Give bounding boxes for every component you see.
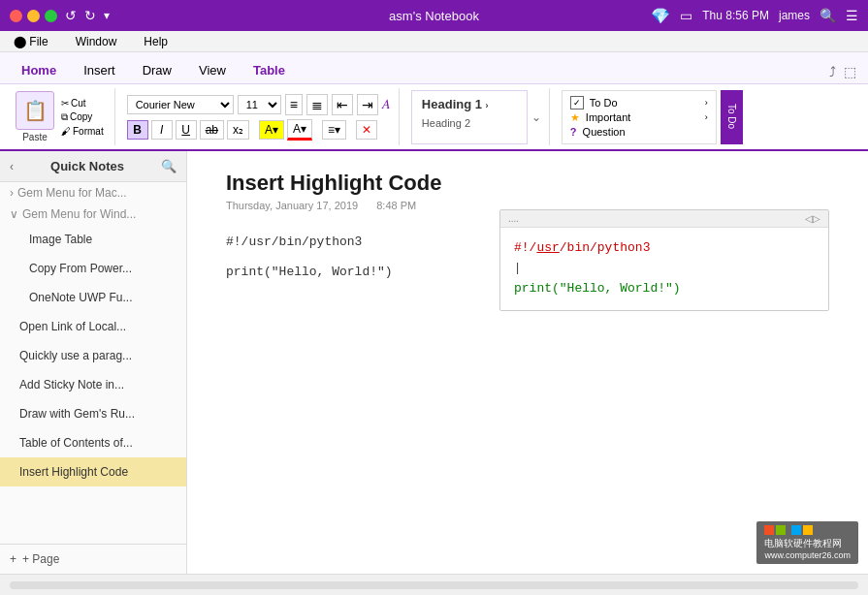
search-icon[interactable]: 🔍 <box>820 8 836 23</box>
paste-icon: 📋 <box>23 99 48 122</box>
sidebar-item-open-link[interactable]: Open Link of Local... <box>0 312 186 341</box>
paste-label: Paste <box>22 132 48 142</box>
heading1-style[interactable]: Heading 1 › <box>420 95 519 113</box>
todo-chevron: › <box>705 98 708 108</box>
todo-button[interactable]: To Do <box>721 90 743 144</box>
undo-icon[interactable]: ↺ <box>65 8 77 23</box>
ribbon-tabs: Home Insert Draw View Table ⤴ ⬚ <box>0 52 868 83</box>
clipboard-buttons: ✂ Cut ⧉ Copy 🖌 Format <box>58 97 107 138</box>
bullets-button[interactable]: ≡ <box>285 94 303 115</box>
sidebar-item-copy-from-power[interactable]: Copy From Power... <box>0 254 186 283</box>
underline-button[interactable]: U <box>176 120 197 140</box>
font-color-button[interactable]: A▾ <box>287 119 312 141</box>
clear-format-button[interactable]: ✕ <box>356 120 377 140</box>
section-open-chevron-icon: ∨ <box>10 207 18 221</box>
todo-item[interactable]: ✓ To Do › <box>570 96 708 110</box>
text-style-icon[interactable]: 𝐴 <box>382 96 391 112</box>
sidebar-item-add-sticky[interactable]: Add Sticky Note in... <box>0 370 186 399</box>
code-box-content: #!/usr/bin/python3 | print("Hello, World… <box>500 228 828 310</box>
watermark-line2: www.computer26.com <box>764 550 851 560</box>
watermark-line1: 电脑软硬件教程网 <box>764 537 851 550</box>
sidebar-item-image-table[interactable]: Image Table <box>0 225 186 254</box>
window-menu[interactable]: Window <box>70 33 123 50</box>
indent-button[interactable]: ⇥ <box>357 94 378 115</box>
add-page-button[interactable]: + + Page <box>0 544 186 574</box>
minimize-button[interactable] <box>27 10 40 22</box>
sidebar-header: ‹ Quick Notes 🔍 <box>0 151 186 182</box>
scissors-icon: ✂ <box>61 98 69 109</box>
strikethrough-button[interactable]: ab <box>200 120 224 140</box>
username: james <box>779 9 810 22</box>
font-row2: B I U ab x₂ A▾ A▾ ≡▾ ✕ <box>127 119 391 141</box>
font-group: Courier New 11 ≡ ≣ ⇤ ⇥ 𝐴 B I <box>119 88 400 145</box>
more-icon[interactable]: ▾ <box>104 9 110 22</box>
bold-button[interactable]: B <box>127 120 148 140</box>
todo-checkbox: ✓ <box>570 96 584 110</box>
premium-icon: 💎 <box>651 7 670 25</box>
tab-home[interactable]: Home <box>8 57 70 85</box>
important-item[interactable]: ★ Important › <box>570 111 708 124</box>
font-row1: Courier New 11 ≡ ≣ ⇤ ⇥ 𝐴 <box>127 94 391 115</box>
win-square-yellow <box>803 525 813 535</box>
highlight-button[interactable]: A▾ <box>259 120 284 140</box>
expand-icon[interactable]: ⬚ <box>840 60 860 83</box>
share-icon[interactable]: ⤴ <box>825 60 840 83</box>
tab-view[interactable]: View <box>185 57 240 85</box>
copy-button[interactable]: ⧉ Copy <box>58 110 107 124</box>
sidebar-search-icon[interactable]: 🔍 <box>161 159 177 173</box>
menu-bar: ⬤ File Window Help <box>0 31 868 52</box>
code-shebang-line: #!/usr/bin/python3 <box>514 237 815 259</box>
traffic-lights <box>10 10 57 22</box>
subscript-button[interactable]: x₂ <box>227 120 249 140</box>
styles-chevron-down[interactable]: ⌄ <box>531 110 541 124</box>
add-icon: + <box>10 552 16 566</box>
format-icon: 🖌 <box>61 126 71 137</box>
sidebar-item-table-contents[interactable]: Table of Contents of... <box>0 428 186 457</box>
sidebar-item-draw-gem[interactable]: Draw with Gem's Ru... <box>0 399 186 428</box>
tab-draw[interactable]: Draw <box>129 57 185 85</box>
outdent-button[interactable]: ⇤ <box>332 94 353 115</box>
sidebar-section-gem-win[interactable]: ∨ Gem Menu for Wind... <box>0 204 186 225</box>
sidebar-item-quickly-use[interactable]: Quickly use a parag... <box>0 341 186 370</box>
todo-panel: ✓ To Do › ★ Important › ? Question <box>562 90 717 144</box>
help-menu[interactable]: Help <box>138 33 174 50</box>
font-size-select[interactable]: 11 <box>238 95 281 114</box>
format-button[interactable]: 🖌 Format <box>58 125 107 138</box>
ribbon-content: 📋 Paste ✂ Cut ⧉ Copy 🖌 Format <box>0 83 868 149</box>
paste-area: 📋 Paste <box>16 91 54 142</box>
horizontal-scrollbar[interactable] <box>10 581 858 589</box>
question-item[interactable]: ? Question <box>570 126 708 138</box>
sidebar-item-onenote-uwp[interactable]: OneNote UWP Fu... <box>0 283 186 312</box>
win-square-blue <box>791 525 801 535</box>
sidebar-section-gem-mac[interactable]: › Gem Menu for Mac... <box>0 182 186 204</box>
watermark: 电脑软硬件教程网 www.computer26.com <box>756 521 858 564</box>
numbering-button[interactable]: ≣ <box>306 94 328 115</box>
tab-insert[interactable]: Insert <box>70 57 129 85</box>
code-dots: .... <box>508 213 519 224</box>
maximize-button[interactable] <box>45 10 57 22</box>
sidebar-item-insert-highlight[interactable]: Insert Highlight Code <box>0 457 186 486</box>
code-cursor-line: | <box>514 259 815 278</box>
todo-group: ✓ To Do › ★ Important › ? Question To Do <box>554 88 751 145</box>
file-menu[interactable]: ⬤ File <box>8 33 54 50</box>
italic-button[interactable]: I <box>151 120 173 140</box>
content-area[interactable]: Insert Highlight Code Thursday, January … <box>187 151 868 574</box>
font-controls: Courier New 11 ≡ ≣ ⇤ ⇥ 𝐴 B I <box>127 94 391 141</box>
close-button[interactable] <box>10 10 22 22</box>
menu-icon[interactable]: ☰ <box>846 8 858 23</box>
align-button[interactable]: ≡▾ <box>322 120 346 140</box>
question-icon: ? <box>570 126 577 138</box>
font-family-select[interactable]: Courier New <box>127 95 234 114</box>
title-bar-right: 💎 ▭ Thu 8:56 PM james 🔍 ☰ <box>651 7 858 25</box>
important-chevron: › <box>705 112 708 122</box>
tab-table[interactable]: Table <box>240 57 299 85</box>
redo-icon[interactable]: ↻ <box>84 8 96 23</box>
paste-button[interactable]: 📋 <box>16 91 54 130</box>
code-collapse-icon[interactable]: ◁▷ <box>805 213 820 224</box>
sidebar: ‹ Quick Notes 🔍 › Gem Menu for Mac... ∨ … <box>0 151 187 574</box>
main-area: ‹ Quick Notes 🔍 › Gem Menu for Mac... ∨ … <box>0 151 868 574</box>
heading2-style[interactable]: Heading 2 <box>420 115 519 131</box>
cut-button[interactable]: ✂ Cut <box>58 97 107 110</box>
sidebar-collapse-icon[interactable]: ‹ <box>10 160 14 173</box>
datetime: Thu 8:56 PM <box>702 9 769 22</box>
